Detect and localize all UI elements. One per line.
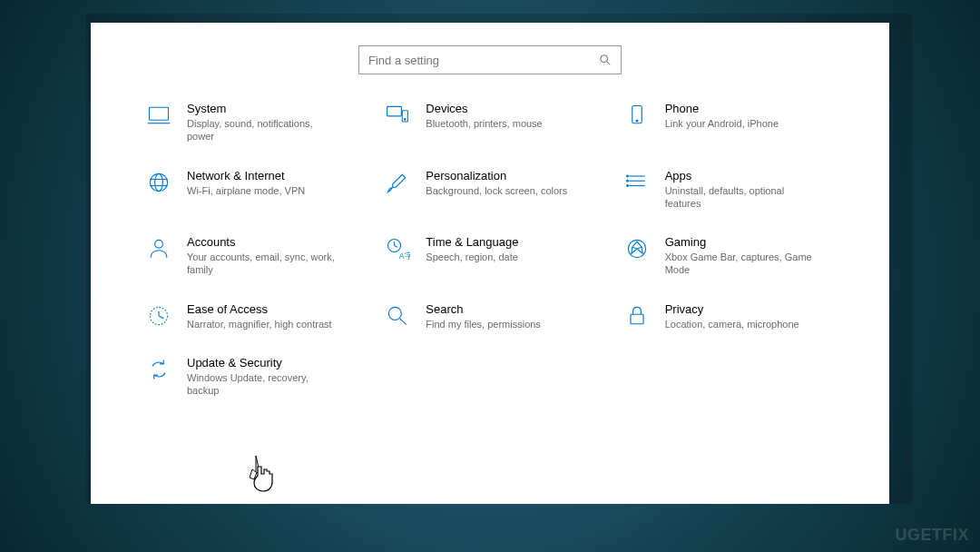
- category-search[interactable]: Search Find my files, permissions: [384, 302, 595, 330]
- categories-grid: System Display, sound, notifications, po…: [145, 102, 835, 398]
- svg-point-6: [405, 119, 406, 120]
- svg-point-9: [150, 173, 167, 191]
- system-icon: [145, 102, 172, 129]
- watermark: UGETFIX: [895, 526, 969, 545]
- category-desc: Location, camera, microphone: [665, 318, 819, 330]
- category-title: System: [187, 102, 357, 115]
- category-title: Personalization: [426, 169, 595, 182]
- svg-point-10: [155, 173, 163, 191]
- update-icon: [145, 356, 172, 383]
- category-desc: Xbox Game Bar, captures, Game Mode: [665, 251, 819, 277]
- category-desc: Windows Update, recovery, backup: [187, 371, 341, 398]
- category-desc: Wi-Fi, airplane mode, VPN: [187, 184, 341, 197]
- svg-text:A字: A字: [399, 251, 410, 261]
- svg-rect-4: [387, 106, 402, 116]
- svg-point-17: [626, 180, 628, 182]
- svg-line-27: [159, 316, 163, 319]
- category-title: Time & Language: [426, 235, 595, 249]
- category-desc: Narrator, magnifier, high contrast: [187, 318, 341, 330]
- svg-point-0: [601, 55, 608, 63]
- search-icon: [599, 54, 612, 66]
- devices-icon: [384, 102, 411, 129]
- category-title: Ease of Access: [187, 302, 357, 316]
- gaming-icon: [623, 235, 651, 262]
- svg-line-1: [607, 62, 611, 65]
- category-update-security[interactable]: Update & Security Windows Update, recove…: [145, 356, 357, 398]
- svg-point-19: [155, 241, 163, 249]
- person-icon: [145, 235, 172, 262]
- category-desc: Your accounts, email, sync, work, family: [187, 251, 341, 277]
- category-devices[interactable]: Devices Bluetooth, printers, mouse: [384, 102, 595, 143]
- category-apps[interactable]: Apps Uninstall, defaults, optional featu…: [623, 169, 835, 211]
- settings-window: System Display, sound, notifications, po…: [91, 23, 889, 504]
- category-title: Network & Internet: [187, 169, 357, 182]
- svg-point-8: [636, 120, 638, 122]
- search-input[interactable]: [368, 54, 599, 67]
- time-language-icon: A字: [384, 235, 411, 262]
- category-title: Gaming: [665, 235, 835, 249]
- lock-icon: [623, 302, 651, 330]
- pointer-cursor: [245, 454, 281, 495]
- search-category-icon: [384, 302, 411, 330]
- category-title: Apps: [665, 169, 835, 182]
- apps-icon: [623, 169, 651, 196]
- svg-rect-30: [631, 314, 643, 324]
- category-gaming[interactable]: Gaming Xbox Game Bar, captures, Game Mod…: [623, 235, 835, 277]
- category-phone[interactable]: Phone Link your Android, iPhone: [623, 102, 835, 143]
- category-desc: Background, lock screen, colors: [426, 184, 580, 197]
- category-network[interactable]: Network & Internet Wi-Fi, airplane mode,…: [145, 169, 357, 211]
- category-desc: Uninstall, defaults, optional features: [665, 184, 819, 211]
- category-desc: Find my files, permissions: [426, 318, 580, 330]
- category-accounts[interactable]: Accounts Your accounts, email, sync, wor…: [145, 235, 357, 277]
- search-box[interactable]: [358, 45, 622, 74]
- category-time-language[interactable]: A字 Time & Language Speech, region, date: [384, 235, 595, 277]
- category-privacy[interactable]: Privacy Location, camera, microphone: [623, 302, 835, 330]
- svg-point-18: [626, 184, 628, 186]
- category-ease-of-access[interactable]: Ease of Access Narrator, magnifier, high…: [145, 302, 357, 330]
- svg-point-28: [389, 307, 402, 320]
- svg-line-29: [400, 318, 407, 324]
- accessibility-icon: [145, 302, 172, 330]
- category-title: Devices: [426, 102, 595, 115]
- category-title: Accounts: [187, 235, 357, 249]
- globe-icon: [145, 169, 172, 196]
- category-title: Search: [426, 302, 595, 316]
- category-desc: Bluetooth, printers, mouse: [426, 117, 580, 130]
- paintbrush-icon: [384, 169, 411, 196]
- category-desc: Display, sound, notifications, power: [187, 117, 341, 143]
- category-desc: Speech, region, date: [426, 251, 580, 263]
- category-system[interactable]: System Display, sound, notifications, po…: [145, 102, 357, 143]
- category-title: Update & Security: [187, 356, 357, 370]
- svg-point-16: [626, 175, 628, 177]
- category-personalization[interactable]: Personalization Background, lock screen,…: [384, 169, 595, 211]
- phone-icon: [623, 102, 651, 129]
- category-title: Privacy: [665, 302, 835, 316]
- svg-line-22: [395, 246, 398, 248]
- category-desc: Link your Android, iPhone: [665, 117, 819, 130]
- svg-rect-2: [150, 107, 169, 120]
- category-title: Phone: [665, 102, 835, 115]
